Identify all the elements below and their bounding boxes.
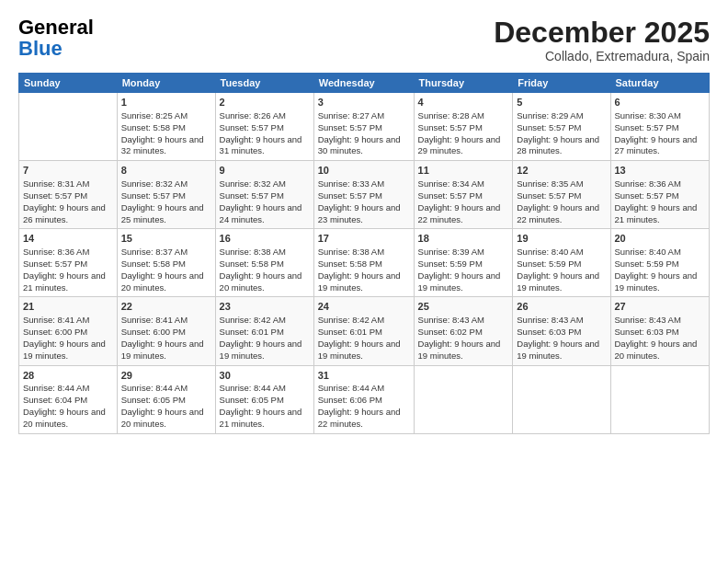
day-cell: 29Sunrise: 8:44 AMSunset: 6:05 PMDayligh… — [117, 365, 215, 433]
day-number: 26 — [517, 300, 606, 314]
daylight: Daylight: 9 hours and 19 minutes. — [23, 339, 106, 361]
weekday-header-tuesday: Tuesday — [215, 74, 313, 93]
daylight: Daylight: 9 hours and 19 minutes. — [318, 270, 401, 293]
daylight: Daylight: 9 hours and 21 minutes. — [615, 202, 698, 224]
day-number: 10 — [318, 164, 410, 178]
logo: General Blue — [18, 17, 94, 59]
sunset: Sunset: 6:05 PM — [121, 395, 186, 405]
day-cell — [19, 93, 118, 161]
day-cell: 9Sunrise: 8:32 AMSunset: 5:57 PMDaylight… — [215, 161, 313, 229]
sunset: Sunset: 6:05 PM — [220, 395, 284, 405]
day-cell — [414, 365, 513, 433]
day-number: 5 — [517, 96, 606, 109]
sunset: Sunset: 5:57 PM — [418, 190, 483, 201]
sunrise: Sunrise: 8:31 AM — [23, 178, 89, 189]
sunrise: Sunrise: 8:44 AM — [318, 383, 384, 393]
day-cell: 10Sunrise: 8:33 AMSunset: 5:57 PMDayligh… — [313, 161, 414, 229]
sunset: Sunset: 5:58 PM — [121, 122, 186, 132]
logo-blue: Blue — [18, 39, 94, 59]
sunrise: Sunrise: 8:29 AM — [517, 110, 583, 121]
sunset: Sunset: 5:59 PM — [517, 259, 581, 269]
sunrise: Sunrise: 8:33 AM — [318, 178, 384, 189]
sunset: Sunset: 6:04 PM — [23, 395, 87, 405]
sunrise: Sunrise: 8:36 AM — [23, 247, 89, 257]
page: General Blue December 2025 Collado, Extr… — [0, 0, 728, 563]
daylight: Daylight: 9 hours and 20 minutes. — [220, 270, 302, 293]
sunrise: Sunrise: 8:41 AM — [121, 315, 188, 325]
day-number: 11 — [418, 164, 509, 178]
day-cell: 8Sunrise: 8:32 AMSunset: 5:57 PMDaylight… — [117, 161, 215, 229]
weekday-header-saturday: Saturday — [610, 74, 710, 93]
sunset: Sunset: 5:59 PM — [615, 259, 679, 269]
daylight: Daylight: 9 hours and 19 minutes. — [318, 339, 401, 361]
day-number: 28 — [23, 369, 113, 383]
sunrise: Sunrise: 8:37 AM — [121, 247, 188, 257]
daylight: Daylight: 9 hours and 21 minutes. — [23, 270, 106, 293]
sunrise: Sunrise: 8:44 AM — [23, 383, 89, 393]
day-number: 13 — [615, 164, 706, 178]
sunrise: Sunrise: 8:43 AM — [517, 315, 583, 325]
day-number: 27 — [615, 300, 706, 314]
daylight: Daylight: 9 hours and 29 minutes. — [418, 134, 501, 156]
sunrise: Sunrise: 8:40 AM — [517, 247, 583, 257]
daylight: Daylight: 9 hours and 20 minutes. — [121, 270, 204, 293]
sunset: Sunset: 5:57 PM — [418, 122, 483, 132]
daylight: Daylight: 9 hours and 24 minutes. — [220, 202, 302, 224]
weekday-header-monday: Monday — [117, 74, 215, 93]
daylight: Daylight: 9 hours and 22 minutes. — [517, 202, 599, 224]
logo-general: General — [18, 17, 94, 39]
week-row-1: 1Sunrise: 8:25 AMSunset: 5:58 PMDaylight… — [19, 93, 710, 161]
sunset: Sunset: 5:59 PM — [418, 259, 483, 269]
daylight: Daylight: 9 hours and 22 minutes. — [318, 407, 401, 429]
day-cell: 7Sunrise: 8:31 AMSunset: 5:57 PMDaylight… — [19, 161, 118, 229]
sunrise: Sunrise: 8:41 AM — [23, 315, 89, 325]
daylight: Daylight: 9 hours and 31 minutes. — [220, 134, 302, 156]
subtitle: Collado, Extremadura, Spain — [494, 49, 710, 63]
sunset: Sunset: 5:58 PM — [220, 259, 284, 269]
daylight: Daylight: 9 hours and 19 minutes. — [121, 339, 204, 361]
daylight: Daylight: 9 hours and 25 minutes. — [121, 202, 204, 224]
day-cell: 30Sunrise: 8:44 AMSunset: 6:05 PMDayligh… — [215, 365, 313, 433]
day-number: 15 — [121, 232, 211, 246]
sunset: Sunset: 6:06 PM — [318, 395, 382, 405]
day-cell: 14Sunrise: 8:36 AMSunset: 5:57 PMDayligh… — [19, 229, 118, 297]
day-number: 6 — [615, 96, 706, 109]
week-row-3: 14Sunrise: 8:36 AMSunset: 5:57 PMDayligh… — [19, 229, 710, 297]
sunset: Sunset: 5:57 PM — [615, 190, 679, 201]
daylight: Daylight: 9 hours and 30 minutes. — [318, 134, 401, 156]
weekday-header-wednesday: Wednesday — [313, 74, 414, 93]
sunset: Sunset: 5:58 PM — [121, 259, 186, 269]
daylight: Daylight: 9 hours and 19 minutes. — [220, 339, 302, 361]
daylight: Daylight: 9 hours and 19 minutes. — [418, 270, 501, 293]
day-cell: 6Sunrise: 8:30 AMSunset: 5:57 PMDaylight… — [610, 93, 710, 161]
day-number: 23 — [220, 300, 310, 314]
day-number: 29 — [121, 369, 211, 383]
day-number: 25 — [418, 300, 509, 314]
day-cell — [513, 365, 610, 433]
sunset: Sunset: 5:57 PM — [23, 190, 87, 201]
sunset: Sunset: 5:57 PM — [615, 122, 679, 132]
day-cell: 18Sunrise: 8:39 AMSunset: 5:59 PMDayligh… — [414, 229, 513, 297]
weekday-header-sunday: Sunday — [19, 74, 118, 93]
day-cell: 25Sunrise: 8:43 AMSunset: 6:02 PMDayligh… — [414, 297, 513, 365]
day-number: 17 — [318, 232, 410, 246]
day-number: 22 — [121, 300, 211, 314]
sunset: Sunset: 6:00 PM — [23, 327, 87, 337]
sunrise: Sunrise: 8:44 AM — [121, 383, 188, 393]
day-cell: 4Sunrise: 8:28 AMSunset: 5:57 PMDaylight… — [414, 93, 513, 161]
daylight: Daylight: 9 hours and 28 minutes. — [517, 134, 599, 156]
day-cell: 3Sunrise: 8:27 AMSunset: 5:57 PMDaylight… — [313, 93, 414, 161]
week-row-4: 21Sunrise: 8:41 AMSunset: 6:00 PMDayligh… — [19, 297, 710, 365]
day-cell — [610, 365, 710, 433]
daylight: Daylight: 9 hours and 19 minutes. — [517, 270, 599, 293]
daylight: Daylight: 9 hours and 22 minutes. — [418, 202, 501, 224]
day-cell: 19Sunrise: 8:40 AMSunset: 5:59 PMDayligh… — [513, 229, 610, 297]
day-number: 14 — [23, 232, 113, 246]
sunrise: Sunrise: 8:34 AM — [418, 178, 484, 189]
month-title: December 2025 — [494, 17, 710, 49]
day-cell: 20Sunrise: 8:40 AMSunset: 5:59 PMDayligh… — [610, 229, 710, 297]
sunrise: Sunrise: 8:30 AM — [615, 110, 681, 121]
sunset: Sunset: 6:00 PM — [121, 327, 186, 337]
day-cell: 21Sunrise: 8:41 AMSunset: 6:00 PMDayligh… — [19, 297, 118, 365]
sunset: Sunset: 5:57 PM — [220, 122, 284, 132]
